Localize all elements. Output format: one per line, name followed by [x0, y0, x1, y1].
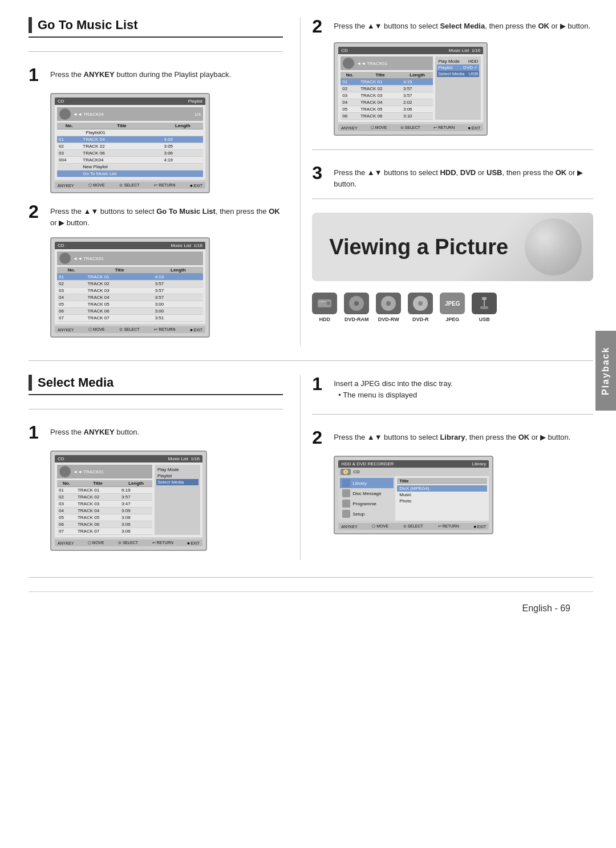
ok-bold: OK — [518, 433, 530, 441]
step3-text: Press the ▲▼ buttons to select HDD, DVD … — [334, 164, 593, 189]
bottom-section: Select Media 1 Press the ANYKEY button. … — [29, 375, 593, 560]
screen-body: ◄◄ TRACK01 No.TitleLength 01TRACK 014:19… — [338, 54, 483, 122]
step1-text2: button during the Playlist playback. — [115, 70, 232, 79]
select-media-title: Select Media — [38, 375, 114, 390]
list-item: DivX (MPEG4) — [397, 485, 487, 492]
bold-hdd: HDD — [440, 168, 456, 177]
list-item: Library — [340, 478, 394, 488]
screen-footer: ANYKEY ⬡ MOVE ⊙ SELECT ↩ RETURN ■ EXIT — [55, 326, 205, 333]
table-row: 04TRACK 043:09 — [57, 508, 152, 514]
select-media-screen: CD Music List 1/16 ◄◄ TRACK01 No.TitleLe… — [50, 451, 207, 551]
table-row: 03TRACK 033:57 — [341, 92, 433, 99]
screen-header: CD Music List 1/16 — [55, 455, 202, 462]
table-row: 05TRACK 053:00 — [57, 301, 203, 308]
disc-decoration — [525, 218, 582, 275]
bold-ok: OK — [556, 168, 567, 177]
header-bar2 — [29, 375, 32, 391]
list-item: Setup — [340, 509, 394, 519]
select-media-section: Select Media 1 Press the ANYKEY button. … — [29, 375, 300, 560]
step2-text: Press the ▲▼ buttons to select Select Me… — [334, 17, 590, 32]
source-bar: 📀 CD — [338, 468, 489, 476]
dvdrw-label: DVD-RW — [378, 317, 399, 322]
lib-title-header: Title — [397, 478, 487, 484]
list-item: Photo — [397, 498, 487, 504]
bold1: Select Media — [440, 22, 485, 30]
page: Playback Go To Music List 1 Press the AN… — [0, 0, 616, 848]
viewing-banner-title: Viewing a Picture — [329, 235, 508, 259]
table-row: 01TRACK 016:19 — [57, 487, 152, 494]
settings-row-selected: PlaylistDVD ✓ — [437, 64, 479, 71]
dvdr-icon-item: DVD-R — [408, 293, 433, 322]
playlist-screen-mockup: CD Playlist ◄◄ TRACK04 1/4 No. — [50, 93, 210, 193]
track-icon — [59, 466, 71, 477]
header-right: Music List 1/16 — [171, 243, 202, 248]
table-row: 03TRACK 033:57 — [57, 287, 203, 294]
step2-bold: Go To Music List — [156, 207, 216, 216]
col-title: Title — [81, 123, 162, 129]
screen-body: ◄◄ TRACK01 No.TitleLength 01TRACK 016:19… — [55, 462, 202, 537]
music-list-settings-screen: CD Music List 1/16 ◄◄ TRACK01 No.TitleLe… — [334, 42, 488, 136]
step1-bold: ANYKEY — [84, 70, 115, 79]
main-divider — [29, 360, 593, 361]
table-row: 05TRACK 053:06 — [341, 106, 433, 113]
go-to-music-title: Go To Music List — [38, 18, 138, 33]
select-media-step1: 1 Press the ANYKEY button. — [29, 423, 283, 441]
page-dash: - — [554, 603, 560, 613]
col-length: Length — [163, 123, 204, 129]
go-music-step1: 1 Press the ANYKEY button during the Pla… — [29, 66, 283, 84]
track-icon — [59, 108, 71, 120]
header-left: CD — [58, 243, 64, 248]
source-label: CD — [353, 469, 360, 474]
library-bold: Library — [440, 433, 465, 441]
table-row: 02TRACK 023:57 — [57, 494, 152, 501]
track-icon — [343, 58, 354, 69]
sidebar-label: Playback — [601, 346, 611, 395]
screen-body: ◄◄ TRACK01 No.TitleLength 01TRACK 014:19… — [55, 249, 205, 324]
viewing-section-bottom: 1 Insert a JPEG disc into the disc tray.… — [300, 375, 593, 560]
page-num: 69 — [560, 603, 570, 613]
anykey-bold: ANYKEY — [84, 428, 115, 436]
table-row: 03TRACK 063:06 — [57, 150, 203, 157]
media-icons-row: HDD DVD-RAM — [312, 293, 593, 322]
top-section: Go To Music List 1 Press the ANYKEY butt… — [29, 17, 593, 347]
dvdram-svg — [347, 295, 366, 311]
main-content: Go To Music List 1 Press the ANYKEY butt… — [0, 0, 616, 848]
screen-footer: ANYKEY ⬡ MOVE ⊙ SELECT ↩ RETURN ■ EXIT — [55, 539, 202, 546]
table-row: 07TRACK 073:51 — [57, 315, 203, 322]
lib-left-panel: Library Disc Message Programme — [338, 476, 395, 521]
svg-rect-10 — [484, 300, 485, 307]
bottom-bar: English - 69 — [29, 591, 593, 619]
lib-right-panel: Title DivX (MPEG4) Music Photo — [395, 476, 489, 521]
go-to-music-header: Go To Music List — [29, 17, 283, 38]
step2-number: 2 — [312, 428, 327, 447]
music-table: No.TitleLength 01TRACK 014:19 02TRACK 02… — [341, 72, 433, 120]
viewing-banner: Viewing a Picture — [312, 213, 593, 281]
usb-label: USB — [479, 317, 490, 322]
music-table: No.TitleLength 01TRACK 016:19 02TRACK 02… — [57, 480, 152, 535]
step3-number: 3 — [312, 164, 327, 182]
step1-text: Press the ANYKEY button during the Playl… — [50, 66, 231, 80]
step1-text: Press the ANYKEY button. — [50, 423, 139, 438]
track-icon — [59, 253, 71, 264]
hdd-svg — [317, 297, 333, 310]
select-media-header: Select Media — [29, 375, 283, 395]
screen-footer: ANYKEY ⬡ MOVE ⊙ SELECT ↩ RETURN ■ EXIT — [55, 182, 205, 189]
track-bar: ◄◄ TRACK01 — [57, 251, 203, 265]
step2-text: Press the ▲▼ buttons to select Library, … — [334, 428, 570, 443]
svg-rect-1 — [319, 301, 326, 302]
step2-text: Press the ▲▼ buttons to select Go To Mus… — [50, 202, 283, 228]
library-body: Library Disc Message Programme — [338, 476, 489, 521]
step2-bold2: OK — [269, 207, 280, 216]
screen-header: CD Music List 1/16 — [55, 242, 205, 249]
table-row: 07TRACK 073:06 — [57, 528, 152, 535]
lib-item-label: Setup — [352, 512, 364, 517]
source-icon: 📀 — [341, 469, 351, 475]
hdd-shape — [312, 293, 337, 314]
svg-point-2 — [327, 302, 330, 305]
lib-item-label: Programme — [352, 501, 376, 506]
screen-header: CD Music List 1/16 — [338, 47, 483, 54]
table-row: 06TRACK 063:06 — [57, 521, 152, 528]
tracks-panel: ◄◄ TRACK01 No.TitleLength 01TRACK 016:19… — [57, 465, 152, 535]
dvdrw-svg — [379, 295, 398, 311]
hdd-label: HDD — [319, 317, 330, 322]
